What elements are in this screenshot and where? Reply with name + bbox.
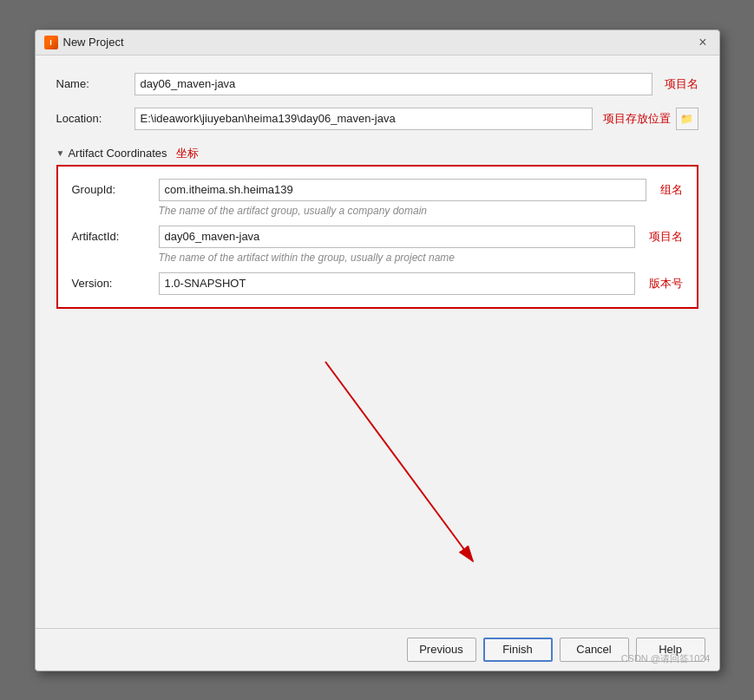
groupid-hint: The name of the artifact group, usually …	[159, 205, 683, 217]
browse-button[interactable]: 📁	[676, 108, 698, 130]
app-icon: I	[44, 36, 58, 49]
artifactid-field-row: ArtifactId: 项目名	[72, 226, 683, 248]
version-annotation: 版本号	[649, 276, 683, 291]
name-row: Name: 项目名	[56, 73, 698, 95]
artifact-section: ▼ Artifact Coordinates 坐标 GroupId: 组名 Th…	[56, 142, 698, 309]
arrow-area	[56, 321, 698, 611]
new-project-dialog: I New Project × Name: 项目名 Location: 项目存放…	[35, 29, 720, 671]
groupid-input[interactable]	[159, 179, 646, 201]
dialog-title: New Project	[63, 36, 124, 49]
svg-line-1	[325, 362, 473, 561]
finish-button[interactable]: Finish	[483, 638, 553, 662]
version-row: Version: 版本号	[72, 272, 683, 295]
title-bar: I New Project ×	[36, 30, 719, 56]
dialog-content: Name: 项目名 Location: 项目存放位置 📁 ▼ Artifact …	[36, 56, 719, 628]
artifact-box: GroupId: 组名 The name of the artifact gro…	[56, 165, 698, 309]
artifact-annotation: 坐标	[176, 146, 199, 161]
name-annotation: 项目名	[665, 76, 698, 92]
artifactid-label: ArtifactId:	[72, 230, 150, 243]
version-input[interactable]	[159, 272, 635, 295]
location-row: Location: 项目存放位置 📁	[56, 108, 698, 130]
location-annotation: 项目存放位置	[603, 111, 671, 127]
artifact-section-label: Artifact Coordinates	[68, 147, 167, 160]
version-label: Version:	[72, 277, 150, 290]
groupid-label: GroupId:	[72, 183, 150, 196]
location-input[interactable]	[134, 108, 593, 130]
groupid-row: GroupId: 组名 The name of the artifact gro…	[72, 179, 683, 217]
title-bar-left: I New Project	[44, 36, 124, 49]
version-field-row: Version: 版本号	[72, 272, 683, 295]
artifactid-annotation: 项目名	[649, 229, 683, 245]
previous-button[interactable]: Previous	[407, 638, 476, 662]
dialog-footer: Previous Finish Cancel Help	[36, 628, 719, 671]
artifactid-row: ArtifactId: 项目名 The name of the artifact…	[72, 226, 683, 264]
section-header: ▼ Artifact Coordinates 坐标	[56, 146, 698, 161]
groupid-field-row: GroupId: 组名	[72, 179, 683, 201]
location-label: Location:	[56, 112, 126, 125]
groupid-annotation: 组名	[660, 182, 683, 198]
cancel-button[interactable]: Cancel	[560, 638, 629, 662]
artifactid-hint: The name of the artifact within the grou…	[159, 252, 683, 264]
watermark: CSDN @请回答1024	[621, 652, 711, 665]
name-label: Name:	[56, 77, 126, 90]
close-button[interactable]: ×	[695, 36, 710, 49]
collapse-arrow[interactable]: ▼	[56, 148, 65, 158]
artifactid-input[interactable]	[159, 226, 635, 248]
name-input[interactable]	[134, 73, 652, 95]
